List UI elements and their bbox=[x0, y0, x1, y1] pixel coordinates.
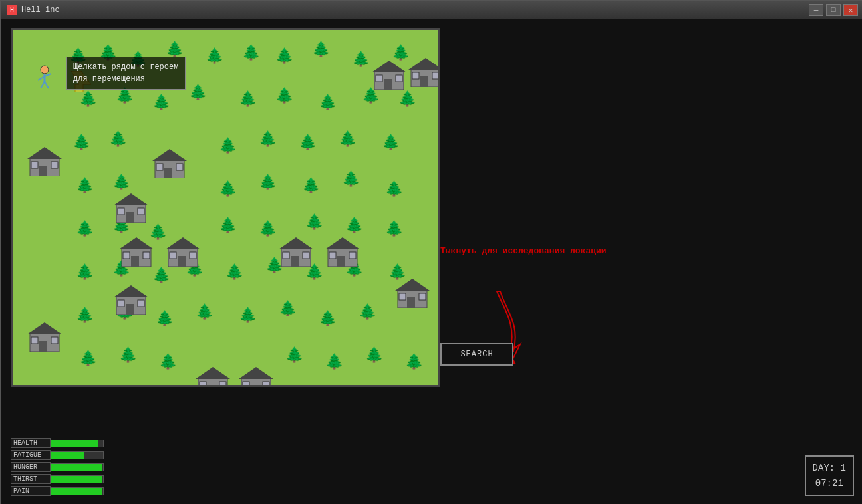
tree bbox=[279, 303, 297, 317]
tree bbox=[339, 133, 357, 148]
tree bbox=[166, 43, 184, 58]
health-label: HEALTH bbox=[11, 438, 51, 448]
fatigue-row: FATIGUE bbox=[11, 450, 104, 460]
tree bbox=[225, 266, 243, 281]
titlebar-buttons: — □ ✕ bbox=[809, 4, 858, 16]
svg-rect-17 bbox=[164, 168, 172, 178]
svg-rect-14 bbox=[51, 162, 58, 168]
hunger-label: HUNGER bbox=[11, 462, 51, 472]
explore-tooltip: Тыкнуть для исследования локации bbox=[440, 245, 607, 259]
svg-rect-22 bbox=[126, 212, 134, 223]
house bbox=[279, 235, 313, 267]
svg-marker-21 bbox=[114, 193, 148, 205]
svg-rect-47 bbox=[407, 297, 415, 308]
tree bbox=[242, 47, 260, 61]
titlebar: H Hell inc — □ ✕ bbox=[1, 1, 862, 19]
close-button[interactable]: ✕ bbox=[843, 4, 858, 16]
svg-rect-68 bbox=[243, 382, 249, 387]
house bbox=[239, 364, 273, 387]
house bbox=[27, 320, 62, 352]
thirst-bar-fill bbox=[51, 476, 102, 483]
game-viewport[interactable]: Щелкать рядом с героемдля перемещения bbox=[11, 28, 440, 387]
svg-marker-66 bbox=[239, 367, 273, 379]
health-row: HEALTH bbox=[11, 438, 104, 448]
svg-rect-63 bbox=[200, 382, 206, 387]
svg-rect-29 bbox=[143, 252, 150, 259]
time-label: 07:21 bbox=[813, 476, 846, 491]
hunger-row: HUNGER bbox=[11, 462, 104, 472]
tree bbox=[312, 43, 330, 58]
tree bbox=[342, 173, 360, 188]
fatigue-bar-fill bbox=[51, 452, 84, 459]
svg-marker-1 bbox=[372, 61, 406, 72]
fatigue-bar-bg bbox=[51, 451, 104, 459]
tree bbox=[76, 266, 94, 281]
svg-rect-64 bbox=[219, 382, 226, 387]
tree bbox=[345, 219, 363, 234]
tooltip-area: Тыкнуть для исследования локации bbox=[440, 245, 607, 265]
tree bbox=[152, 269, 170, 284]
tree bbox=[352, 53, 370, 68]
tree bbox=[116, 90, 134, 104]
tree bbox=[76, 309, 94, 324]
pain-row: PAIN bbox=[11, 486, 104, 496]
tree bbox=[299, 136, 317, 151]
svg-rect-62 bbox=[208, 386, 216, 387]
hunger-bar-fill bbox=[51, 464, 102, 471]
svg-line-75 bbox=[45, 82, 49, 88]
svg-point-70 bbox=[41, 66, 49, 74]
tree bbox=[219, 140, 237, 154]
svg-rect-52 bbox=[126, 304, 134, 315]
tree bbox=[305, 266, 323, 281]
window-frame: H Hell inc — □ ✕ bbox=[0, 0, 862, 504]
svg-rect-49 bbox=[419, 293, 426, 300]
svg-marker-36 bbox=[279, 237, 313, 249]
svg-marker-26 bbox=[119, 237, 154, 249]
maximize-button[interactable]: □ bbox=[826, 4, 841, 16]
pain-bar-bg bbox=[51, 487, 104, 495]
tree bbox=[259, 223, 277, 237]
svg-rect-43 bbox=[329, 252, 336, 259]
svg-rect-33 bbox=[170, 252, 176, 259]
tree bbox=[152, 96, 170, 111]
tree bbox=[398, 93, 416, 108]
pain-bar-fill bbox=[51, 488, 102, 495]
day-time-display: DAY: 1 07:21 bbox=[805, 455, 854, 496]
window-title: Hell inc bbox=[21, 5, 809, 15]
minimize-button[interactable]: — bbox=[809, 4, 823, 16]
tree bbox=[359, 306, 376, 320]
tree bbox=[219, 183, 237, 197]
tree bbox=[239, 93, 257, 108]
svg-rect-42 bbox=[337, 256, 345, 267]
day-label: DAY: 1 bbox=[813, 461, 846, 475]
tree bbox=[385, 223, 403, 237]
svg-rect-38 bbox=[283, 252, 289, 259]
svg-marker-51 bbox=[114, 285, 148, 297]
svg-line-74 bbox=[41, 82, 45, 88]
svg-rect-53 bbox=[118, 300, 124, 307]
tree bbox=[275, 50, 293, 64]
tree bbox=[206, 50, 223, 64]
svg-rect-2 bbox=[384, 79, 392, 90]
svg-rect-9 bbox=[432, 72, 439, 79]
svg-rect-23 bbox=[118, 208, 124, 215]
hero-character bbox=[34, 64, 55, 91]
svg-rect-28 bbox=[123, 252, 130, 259]
search-button[interactable]: SEARCH bbox=[440, 343, 513, 366]
tree bbox=[219, 219, 237, 234]
svg-rect-37 bbox=[291, 256, 299, 267]
status-bars: HEALTH FATIGUE HUNGER THIRSt bbox=[11, 438, 104, 496]
hunger-bar-bg bbox=[51, 463, 104, 471]
tree bbox=[275, 90, 293, 104]
house bbox=[395, 276, 430, 308]
house bbox=[119, 235, 154, 267]
svg-marker-11 bbox=[27, 147, 62, 159]
house bbox=[325, 235, 360, 267]
svg-rect-32 bbox=[178, 256, 186, 267]
svg-rect-7 bbox=[420, 76, 428, 87]
tree bbox=[305, 216, 323, 231]
tree bbox=[112, 176, 130, 191]
thirst-label: THIRSt bbox=[11, 474, 51, 484]
search-button-label: SEARCH bbox=[460, 350, 493, 359]
health-bar-bg bbox=[51, 440, 104, 447]
